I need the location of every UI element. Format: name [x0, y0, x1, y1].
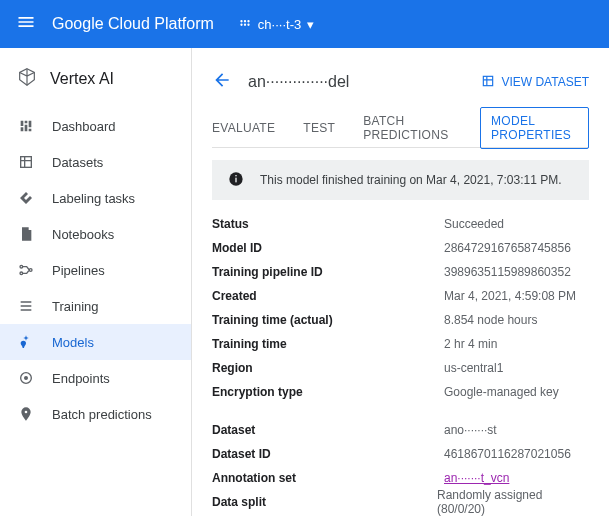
- property-row: Data splitRandomly assigned (80/0/20): [212, 490, 589, 514]
- sidebar-item-models[interactable]: Models: [0, 324, 191, 360]
- project-name: ch····t-3: [258, 17, 301, 32]
- property-label: Model ID: [212, 241, 444, 255]
- property-row: Training pipeline ID3989635115989860352: [212, 260, 589, 284]
- chevron-down-icon: ▾: [307, 17, 314, 32]
- sidebar-item-label: Dashboard: [52, 119, 116, 134]
- dashboard-icon: [16, 118, 36, 134]
- property-row: StatusSucceeded: [212, 212, 589, 236]
- svg-rect-6: [21, 157, 32, 168]
- vertex-logo-icon: [16, 66, 38, 92]
- property-row: Model ID2864729167658745856: [212, 236, 589, 260]
- svg-point-8: [20, 272, 23, 275]
- main-content: an··············del VIEW DATASET EVALUAT…: [192, 48, 609, 516]
- svg-point-11: [25, 377, 28, 380]
- property-value: Google-managed key: [444, 385, 559, 399]
- property-value: 8.854 node hours: [444, 313, 537, 327]
- sidebar-item-label: Training: [52, 299, 98, 314]
- svg-point-4: [244, 23, 246, 25]
- sidebar-item-label: Datasets: [52, 155, 103, 170]
- property-row: Regionus-central1: [212, 356, 589, 380]
- property-value: ano·······st: [444, 423, 497, 437]
- menu-icon[interactable]: [16, 12, 36, 36]
- sidebar-item-datasets[interactable]: Datasets: [0, 144, 191, 180]
- service-brand: Vertex AI: [0, 60, 191, 108]
- service-name: Vertex AI: [50, 70, 114, 88]
- topbar: Google Cloud Platform ch····t-3 ▾: [0, 0, 609, 48]
- training-status-banner: This model finished training on Mar 4, 2…: [212, 160, 589, 200]
- property-label: Training pipeline ID: [212, 265, 444, 279]
- tabs: EVALUATE TEST BATCH PREDICTIONS MODEL PR…: [212, 108, 589, 148]
- property-value: us-central1: [444, 361, 503, 375]
- property-row: CreatedMar 4, 2021, 4:59:08 PM: [212, 284, 589, 308]
- property-value: 4618670116287021056: [444, 447, 571, 461]
- project-selector[interactable]: ch····t-3 ▾: [238, 16, 314, 33]
- sidebar-item-notebooks[interactable]: Notebooks: [0, 216, 191, 252]
- batch-icon: [16, 406, 36, 422]
- svg-point-7: [20, 265, 23, 268]
- sidebar-item-label: Pipelines: [52, 263, 105, 278]
- property-label: Dataset ID: [212, 447, 444, 461]
- tab-evaluate[interactable]: EVALUATE: [212, 121, 275, 135]
- sidebar-item-pipelines[interactable]: Pipelines: [0, 252, 191, 288]
- property-label: Region: [212, 361, 444, 375]
- view-dataset-label: VIEW DATASET: [501, 75, 589, 89]
- svg-rect-14: [235, 177, 236, 182]
- property-value: Succeeded: [444, 217, 504, 231]
- svg-point-9: [29, 269, 32, 272]
- sidebar-item-dashboard[interactable]: Dashboard: [0, 108, 191, 144]
- property-label: Status: [212, 217, 444, 231]
- property-row: Training time2 hr 4 min: [212, 332, 589, 356]
- datasets-icon: [16, 154, 36, 170]
- labeling-icon: [16, 190, 36, 206]
- tab-test[interactable]: TEST: [303, 121, 335, 135]
- project-icon: [238, 16, 252, 33]
- sidebar-item-training[interactable]: Training: [0, 288, 191, 324]
- property-label: Dataset: [212, 423, 444, 437]
- property-label: Annotation set: [212, 471, 444, 485]
- property-label: Created: [212, 289, 444, 303]
- tab-properties[interactable]: MODEL PROPERTIES: [480, 107, 589, 149]
- banner-text: This model finished training on Mar 4, 2…: [260, 173, 562, 187]
- sidebar-item-label: Labeling tasks: [52, 191, 135, 206]
- property-row: Datasetano·······st: [212, 418, 589, 442]
- sidebar-item-labeling[interactable]: Labeling tasks: [0, 180, 191, 216]
- property-label: Encryption type: [212, 385, 444, 399]
- property-label: Training time (actual): [212, 313, 444, 327]
- models-icon: [16, 334, 36, 350]
- training-icon: [16, 298, 36, 314]
- property-label: Training time: [212, 337, 444, 351]
- sidebar-item-label: Models: [52, 335, 94, 350]
- svg-point-2: [247, 20, 249, 22]
- property-value: 3989635115989860352: [444, 265, 571, 279]
- property-value-link[interactable]: an·······t_vcn: [444, 471, 509, 485]
- svg-rect-12: [484, 76, 493, 85]
- platform-title: Google Cloud Platform: [52, 15, 214, 33]
- back-button[interactable]: [212, 70, 232, 94]
- property-row: Dataset ID4618670116287021056: [212, 442, 589, 466]
- tab-batch[interactable]: BATCH PREDICTIONS: [363, 114, 452, 142]
- svg-point-5: [247, 23, 249, 25]
- sidebar-item-batch[interactable]: Batch predictions: [0, 396, 191, 432]
- svg-point-0: [240, 20, 242, 22]
- info-icon: [228, 171, 244, 190]
- property-value: 2 hr 4 min: [444, 337, 497, 351]
- page-title: an··············del: [248, 73, 481, 91]
- sidebar-item-endpoints[interactable]: Endpoints: [0, 360, 191, 396]
- property-row: Annotation setan·······t_vcn: [212, 466, 589, 490]
- model-properties: StatusSucceededModel ID28647291676587458…: [212, 212, 589, 516]
- view-dataset-button[interactable]: VIEW DATASET: [481, 74, 589, 91]
- svg-point-1: [244, 20, 246, 22]
- notebook-icon: [16, 226, 36, 242]
- page-header: an··············del VIEW DATASET: [212, 60, 589, 104]
- property-row: Encryption typeGoogle-managed key: [212, 380, 589, 404]
- svg-point-3: [240, 23, 242, 25]
- property-value: Randomly assigned (80/0/20): [437, 488, 589, 516]
- dataset-icon: [481, 74, 495, 91]
- sidebar: Vertex AI Dashboard Datasets Labeling ta…: [0, 48, 192, 516]
- property-value: Mar 4, 2021, 4:59:08 PM: [444, 289, 576, 303]
- sidebar-item-label: Batch predictions: [52, 407, 152, 422]
- endpoints-icon: [16, 370, 36, 386]
- property-label: Data split: [212, 495, 437, 509]
- sidebar-item-label: Notebooks: [52, 227, 114, 242]
- property-value: 2864729167658745856: [444, 241, 571, 255]
